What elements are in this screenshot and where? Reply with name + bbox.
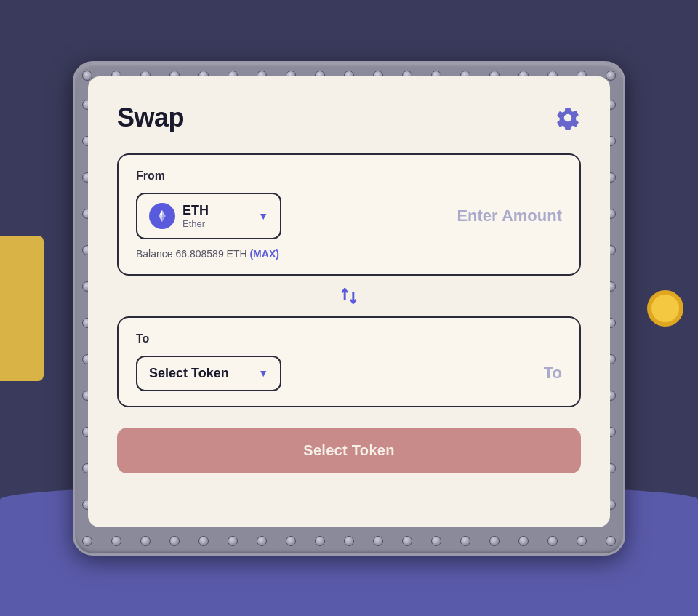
to-token-row: Select Token ▼ To [136,356,562,391]
max-button[interactable]: (MAX) [249,248,278,260]
bolt [286,536,296,546]
from-token-name: Ether [182,218,251,229]
select-token-button[interactable]: Select Token [117,428,581,473]
bolt [344,536,354,546]
bolt [431,536,441,546]
bolt [518,536,529,546]
from-label: From [136,169,562,183]
swap-direction-button[interactable] [336,283,362,309]
from-token-symbol: ETH [182,203,251,218]
bolt [82,71,92,81]
left-decoration [0,236,44,381]
from-amount-placeholder[interactable]: Enter Amount [457,207,562,225]
from-section: From ETH [117,153,581,276]
bolt [547,536,558,546]
from-token-selector[interactable]: ETH Ether ▼ [136,193,281,239]
balance-text: Balance 66.808589 ETH [136,248,247,260]
bolt [198,536,209,546]
to-token-placeholder: Select Token [149,366,251,381]
bolt [169,536,180,546]
from-token-chevron-icon: ▼ [258,210,268,222]
to-token-chevron-icon: ▼ [258,367,268,379]
bolt [82,536,92,546]
bolt [606,71,616,81]
right-decoration [647,290,683,327]
metal-frame: Swap From [73,61,625,556]
from-token-row: ETH Ether ▼ Enter Amount [136,193,562,239]
settings-icon[interactable] [555,105,581,131]
bolt [315,536,325,546]
eth-icon [149,203,175,229]
bolt [140,536,151,546]
bolt [228,536,238,546]
page-title: Swap [117,103,184,133]
to-amount-placeholder: To [544,364,562,383]
swap-panel: Swap From [88,76,610,527]
bolt [489,536,500,546]
panel-header: Swap [117,103,581,133]
bolt [373,536,383,546]
bolt [257,536,267,546]
bolt [402,536,412,546]
swap-direction-container [117,283,581,309]
to-token-selector[interactable]: Select Token ▼ [136,356,281,391]
balance-row: Balance 66.808589 ETH (MAX) [136,248,562,260]
bolt [606,536,616,546]
bolt [460,536,470,546]
bolt [111,536,121,546]
to-section: To Select Token ▼ To [117,316,581,407]
bolt [577,536,587,546]
key-decoration [647,290,683,327]
from-token-info: ETH Ether [182,203,251,229]
to-label: To [136,332,562,345]
